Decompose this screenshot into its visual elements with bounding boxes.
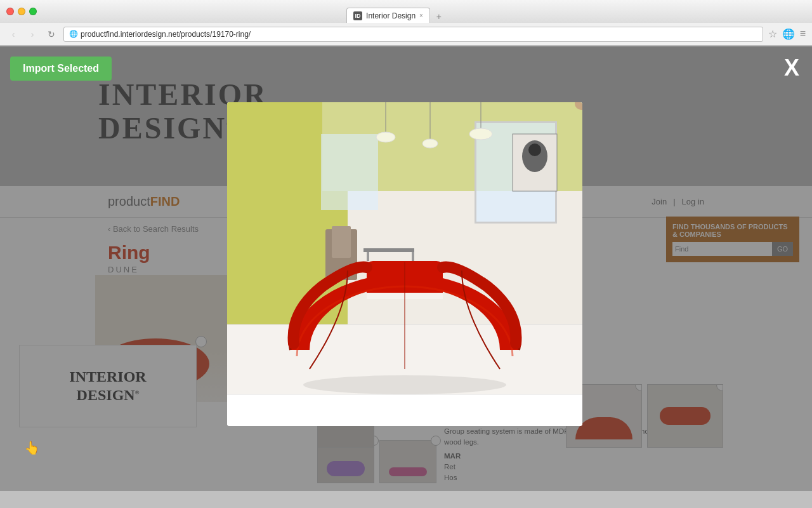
bookmark-icon[interactable]: ☆	[768, 28, 777, 40]
traffic-lights	[6, 8, 37, 15]
close-traffic-light[interactable]	[6, 8, 14, 15]
svg-point-18	[469, 128, 492, 140]
svg-rect-9	[321, 134, 378, 210]
svg-point-12	[528, 144, 541, 156]
svg-point-27	[303, 375, 506, 394]
import-selected-button[interactable]: Import Selected	[10, 57, 112, 81]
url-text: productfind.interiordesign.net/products/…	[81, 30, 251, 39]
product-image-modal	[227, 102, 582, 426]
svg-point-16	[422, 139, 438, 148]
url-bar[interactable]: 🌐 productfind.interiordesign.net/product…	[63, 27, 763, 42]
back-button[interactable]: ‹	[6, 27, 20, 41]
tab-title: Interior Design	[366, 11, 416, 20]
svg-rect-5	[475, 121, 557, 123]
close-modal-x-button[interactable]: X	[784, 57, 799, 79]
minimize-traffic-light[interactable]	[18, 8, 25, 15]
title-bar: ID Interior Design × +	[0, 0, 812, 23]
page-content: INTERIOR DESIGN® productFIND Join | Log …	[0, 46, 812, 491]
tab-favicon: ID	[353, 11, 362, 20]
tab-close-button[interactable]: ×	[419, 12, 423, 19]
svg-rect-8	[475, 222, 557, 224]
new-tab-button[interactable]: +	[433, 10, 445, 23]
url-lock-icon: 🌐	[69, 30, 78, 38]
svg-rect-21	[363, 248, 414, 252]
browser-chrome: ID Interior Design × + ‹ › ↻ 🌐 productfi…	[0, 0, 812, 46]
address-bar: ‹ › ↻ 🌐 productfind.interiordesign.net/p…	[0, 23, 812, 46]
globe-icon[interactable]: 🌐	[782, 28, 795, 40]
fullscreen-traffic-light[interactable]	[29, 8, 37, 15]
modal-bottom-bar	[227, 394, 582, 426]
refresh-button[interactable]: ↻	[44, 27, 58, 41]
svg-rect-20	[332, 226, 351, 258]
product-scene-svg	[227, 102, 582, 394]
modal-image-container	[227, 102, 582, 394]
svg-point-14	[376, 132, 395, 142]
menu-icon[interactable]: ≡	[800, 28, 806, 40]
forward-button[interactable]: ›	[25, 27, 39, 41]
active-tab[interactable]: ID Interior Design ×	[346, 8, 430, 23]
toolbar-icons: ☆ 🌐 ≡	[768, 28, 806, 40]
